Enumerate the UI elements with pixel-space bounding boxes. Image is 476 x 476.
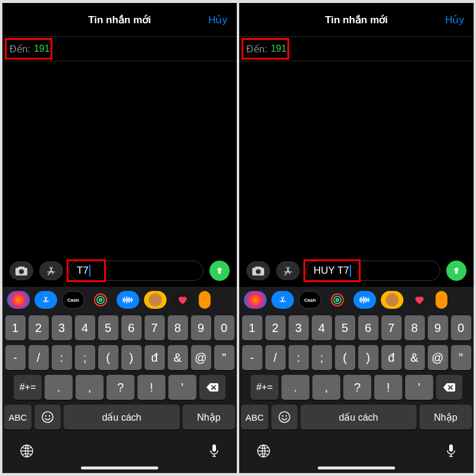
compose-bar: T7 xyxy=(2,256,237,287)
key-return[interactable]: Nhập xyxy=(419,405,472,430)
key-slash[interactable]: / xyxy=(29,345,49,370)
key-5[interactable]: 5 xyxy=(335,315,355,340)
key-3[interactable]: 3 xyxy=(52,315,72,340)
fitness-app-icon[interactable] xyxy=(326,291,349,309)
photos-app-icon[interactable] xyxy=(244,291,267,309)
photos-app-icon[interactable] xyxy=(7,291,30,309)
audio-message-app-icon[interactable] xyxy=(117,291,139,309)
memoji-app-icon[interactable] xyxy=(144,291,167,309)
mic-icon[interactable] xyxy=(208,443,220,459)
key-6[interactable]: 6 xyxy=(358,315,378,340)
heart-icon xyxy=(414,295,425,305)
key-abc[interactable]: ABC xyxy=(241,405,268,430)
key-0[interactable]: 0 xyxy=(214,315,234,340)
key-semicolon[interactable]: ; xyxy=(75,345,95,370)
appstore-button[interactable] xyxy=(39,261,63,280)
key-9[interactable]: 9 xyxy=(191,315,211,340)
key-8[interactable]: 8 xyxy=(405,315,425,340)
send-button[interactable] xyxy=(209,261,230,281)
key-d-stroke[interactable]: đ xyxy=(145,345,165,370)
key-dash[interactable]: - xyxy=(5,345,26,370)
delete-icon xyxy=(206,383,219,392)
key-symbols-shift[interactable]: #+= xyxy=(14,375,42,400)
key-period[interactable]: . xyxy=(45,375,73,400)
key-comma[interactable]: , xyxy=(76,375,104,400)
key-6[interactable]: 6 xyxy=(121,315,142,340)
key-0[interactable]: 0 xyxy=(451,315,471,340)
cancel-button[interactable]: Hủy xyxy=(445,14,464,26)
audio-message-app-icon[interactable] xyxy=(353,291,376,309)
key-period[interactable]: . xyxy=(281,375,309,400)
memoji-app-icon[interactable] xyxy=(381,291,403,309)
apple-cash-app-icon[interactable]: Cash xyxy=(299,291,321,309)
key-quote[interactable]: " xyxy=(214,345,234,370)
key-lparen[interactable]: ( xyxy=(98,345,118,370)
key-quote[interactable]: " xyxy=(451,345,471,370)
key-lparen[interactable]: ( xyxy=(335,345,355,370)
key-rparen[interactable]: ) xyxy=(121,345,142,370)
more-apps-icon[interactable] xyxy=(199,291,211,309)
more-apps-icon[interactable] xyxy=(436,291,447,309)
apple-cash-app-icon[interactable]: Cash xyxy=(62,291,84,309)
key-apostrophe[interactable]: ' xyxy=(168,375,196,400)
arrow-up-icon xyxy=(214,265,225,276)
key-exclaim[interactable]: ! xyxy=(137,375,165,400)
message-input[interactable]: T7 xyxy=(69,261,203,281)
key-at[interactable]: @ xyxy=(191,345,211,370)
key-semicolon[interactable]: ; xyxy=(312,345,332,370)
to-field-row[interactable]: Đến: 191 xyxy=(239,36,474,61)
emoji-icon xyxy=(278,411,291,424)
cancel-button[interactable]: Hủy xyxy=(208,14,227,26)
digital-touch-app-icon[interactable] xyxy=(408,291,431,309)
key-dash[interactable]: - xyxy=(242,345,262,370)
camera-button[interactable] xyxy=(246,261,270,280)
key-at[interactable]: @ xyxy=(428,345,448,370)
key-abc[interactable]: ABC xyxy=(4,405,32,430)
key-amp[interactable]: & xyxy=(405,345,425,370)
key-delete[interactable] xyxy=(436,375,462,400)
key-2[interactable]: 2 xyxy=(29,315,49,340)
key-emoji[interactable] xyxy=(35,405,61,430)
key-4[interactable]: 4 xyxy=(312,315,332,340)
key-comma[interactable]: , xyxy=(312,375,340,400)
key-4[interactable]: 4 xyxy=(75,315,95,340)
key-5[interactable]: 5 xyxy=(98,315,118,340)
key-exclaim[interactable]: ! xyxy=(374,375,402,400)
key-7[interactable]: 7 xyxy=(145,315,165,340)
key-3[interactable]: 3 xyxy=(289,315,309,340)
key-amp[interactable]: & xyxy=(168,345,188,370)
to-field-row[interactable]: Đến: 191 xyxy=(2,36,237,61)
key-space[interactable]: dấu cách xyxy=(300,405,416,430)
page-title: Tin nhắn mới xyxy=(88,14,151,26)
key-symbols-shift[interactable]: #+= xyxy=(250,375,278,400)
key-2[interactable]: 2 xyxy=(265,315,286,340)
appstore-app-icon[interactable] xyxy=(271,291,294,309)
fitness-app-icon[interactable] xyxy=(89,291,112,309)
message-input[interactable]: HUY T7 xyxy=(306,261,440,281)
key-1[interactable]: 1 xyxy=(242,315,262,340)
mic-icon[interactable] xyxy=(445,443,457,459)
key-d-stroke[interactable]: đ xyxy=(381,345,402,370)
appstore-app-icon[interactable] xyxy=(35,291,57,309)
key-1[interactable]: 1 xyxy=(5,315,26,340)
send-button[interactable] xyxy=(446,261,466,281)
globe-icon[interactable] xyxy=(256,443,271,459)
key-question[interactable]: ? xyxy=(343,375,371,400)
key-8[interactable]: 8 xyxy=(168,315,188,340)
key-emoji[interactable] xyxy=(271,405,298,430)
key-space[interactable]: dấu cách xyxy=(64,405,180,430)
camera-button[interactable] xyxy=(10,261,33,280)
key-delete[interactable] xyxy=(199,375,226,400)
key-colon[interactable]: : xyxy=(289,345,309,370)
key-return[interactable]: Nhập xyxy=(183,405,235,430)
key-7[interactable]: 7 xyxy=(381,315,402,340)
key-question[interactable]: ? xyxy=(107,375,134,400)
key-rparen[interactable]: ) xyxy=(358,345,378,370)
key-colon[interactable]: : xyxy=(52,345,72,370)
globe-icon[interactable] xyxy=(19,443,35,459)
key-9[interactable]: 9 xyxy=(428,315,448,340)
digital-touch-app-icon[interactable] xyxy=(171,291,194,309)
key-apostrophe[interactable]: ' xyxy=(405,375,433,400)
appstore-button[interactable] xyxy=(276,261,300,280)
key-slash[interactable]: / xyxy=(265,345,286,370)
